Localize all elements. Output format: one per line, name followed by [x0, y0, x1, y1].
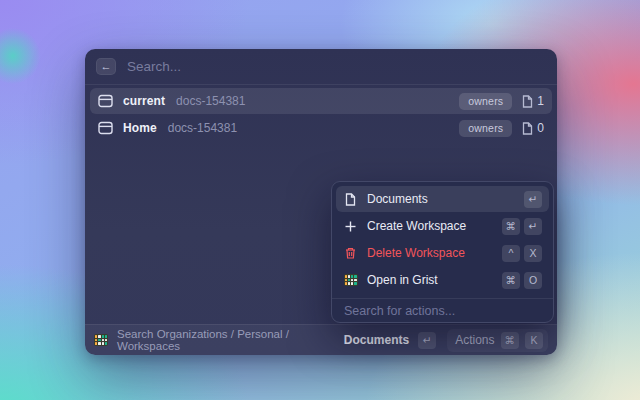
document-icon	[522, 122, 533, 135]
back-button[interactable]: ←	[96, 58, 116, 75]
command-keycap: ⌘	[502, 272, 521, 289]
control-keycap: ^	[502, 245, 520, 262]
grist-logo-icon	[94, 334, 108, 346]
k-keycap: K	[525, 332, 543, 349]
actions-menu: Documents ↵ Create Workspace ⌘ ↵ Delete …	[331, 181, 554, 323]
role-badge: owners	[459, 93, 512, 110]
workspace-list: current docs-154381 owners 1 Home docs-1…	[85, 85, 557, 145]
status-bar: Search Organizations / Personal / Worksp…	[85, 324, 557, 355]
trash-icon	[343, 247, 358, 259]
menu-item-label: Documents	[367, 192, 428, 206]
enter-keycap: ↵	[418, 332, 436, 349]
list-item-current[interactable]: current docs-154381 owners 1	[90, 88, 552, 114]
document-icon	[343, 193, 358, 206]
list-item-home[interactable]: Home docs-154381 owners 0	[90, 115, 552, 141]
workspace-name: current	[123, 94, 165, 108]
primary-action-label[interactable]: Documents	[344, 333, 409, 347]
workspace-id: docs-154381	[168, 121, 237, 135]
o-keycap: O	[524, 272, 542, 289]
workspace-id: docs-154381	[176, 94, 245, 108]
breadcrumb: Search Organizations / Personal / Worksp…	[117, 328, 344, 352]
menu-item-label: Open in Grist	[367, 273, 438, 287]
workspace-window-icon	[98, 94, 113, 108]
menu-item-label: Create Workspace	[367, 219, 466, 233]
menu-item-documents[interactable]: Documents ↵	[336, 186, 549, 212]
command-keycap: ⌘	[502, 218, 521, 235]
plus-icon	[343, 221, 358, 232]
menu-item-label: Delete Workspace	[367, 246, 465, 260]
command-keycap: ⌘	[501, 332, 520, 349]
workspace-name: Home	[123, 121, 157, 135]
menu-item-open-in-grist[interactable]: Open in Grist ⌘ O	[336, 267, 549, 293]
doc-count: 1	[522, 94, 544, 108]
actions-search-input[interactable]	[344, 304, 541, 318]
search-bar: ←	[85, 49, 557, 84]
back-arrow-icon: ←	[101, 60, 112, 72]
search-input[interactable]	[127, 59, 546, 74]
actions-label: Actions	[455, 333, 494, 347]
workspace-window-icon	[98, 121, 113, 135]
x-keycap: X	[524, 245, 542, 262]
grist-logo-icon	[343, 274, 358, 286]
doc-count: 0	[522, 121, 544, 135]
document-icon	[522, 95, 533, 108]
menu-item-create-workspace[interactable]: Create Workspace ⌘ ↵	[336, 213, 549, 239]
enter-keycap: ↵	[524, 218, 542, 235]
actions-button[interactable]: Actions ⌘ K	[447, 329, 548, 352]
role-badge: owners	[459, 120, 512, 137]
enter-keycap: ↵	[524, 191, 542, 208]
menu-item-delete-workspace[interactable]: Delete Workspace ^ X	[336, 240, 549, 266]
